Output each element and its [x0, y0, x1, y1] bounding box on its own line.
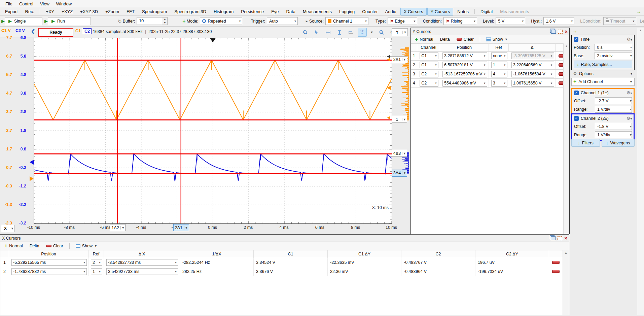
tabs-overflow-arrow-icon[interactable]: →	[636, 8, 641, 14]
type-select[interactable]: ⚑Edge▾	[388, 17, 417, 25]
tab-data[interactable]: Data	[283, 8, 299, 15]
tab-spectrogram[interactable]: Spectrogram	[139, 8, 170, 15]
measure-button[interactable]	[346, 28, 355, 37]
value-select[interactable]: 1▾	[91, 268, 102, 275]
ch2-offset-select[interactable]: -1.8 V▾	[595, 123, 632, 130]
add-normal-cursor-button[interactable]: +Normal	[412, 36, 436, 42]
ch2-range-select[interactable]: 1 V/div▾	[595, 131, 632, 138]
value-select[interactable]: 554.4483986 mV▾	[442, 80, 487, 86]
tab-+xy[interactable]: +XY	[42, 8, 58, 15]
sidebar-scrollbar[interactable]: ▲	[637, 28, 644, 315]
menu-window[interactable]: Window	[53, 1, 75, 7]
y-cursors-scrollbar[interactable]: ▲	[563, 43, 569, 234]
gear-icon[interactable]: ⚙▾	[627, 90, 632, 95]
value-select[interactable]: 1▾	[491, 62, 507, 68]
menu-file[interactable]: File	[2, 1, 16, 7]
tab-+xyz-3d[interactable]: +XYZ 3D	[77, 8, 101, 15]
show-menu-button[interactable]: Show▼	[484, 36, 510, 42]
cursor-handle-icon[interactable]	[387, 58, 390, 61]
c2-ground-marker-icon[interactable]	[30, 160, 34, 165]
tab-x-cursors[interactable]: X Cursors	[400, 8, 427, 15]
add-channel-button[interactable]: +Add Channel▼	[571, 78, 635, 86]
value-select[interactable]: C2▾	[420, 71, 438, 77]
zoom-1-button[interactable]: 1	[300, 28, 310, 37]
level-select[interactable]: 5 V▾	[496, 17, 525, 25]
tab-spectrogram-3d[interactable]: Spectrogram 3D	[171, 8, 210, 15]
y-cursor-box-3-4[interactable]: 3Δ4▼	[392, 170, 407, 177]
maximize-panel-icon[interactable]	[558, 30, 563, 34]
c1-ground-marker-icon[interactable]	[30, 176, 34, 181]
channel1-badge[interactable]: C1	[75, 29, 81, 33]
restore-panel-icon[interactable]	[551, 30, 556, 34]
time-base-select[interactable]: 2 ms/div▾	[595, 52, 632, 59]
x-cursor-box-2-1[interactable]: 2Δ1▼	[173, 224, 189, 231]
value-select[interactable]: 4▾	[491, 71, 507, 77]
tab-notes[interactable]: Notes	[454, 8, 472, 15]
tab-measurements[interactable]: Measurements	[299, 8, 335, 15]
add-delta-cursor-button[interactable]: Delta	[27, 243, 42, 249]
y-axis-menu-button[interactable]: Y▼	[392, 28, 408, 36]
more-button[interactable]: ▼	[369, 28, 374, 37]
x-axis-menu-button[interactable]: X▼	[1, 225, 15, 232]
hyst-select[interactable]: 1.6 V▾	[543, 17, 574, 25]
tab-audio[interactable]: Audio	[382, 8, 400, 15]
channel2-checkbox[interactable]: ✓	[574, 116, 579, 121]
restore-panel-icon[interactable]	[551, 236, 556, 240]
value-select[interactable]: -3.3985765125 V▾	[511, 52, 554, 59]
zoom-xy-button[interactable]: 23	[377, 28, 386, 37]
tab-export[interactable]: Export	[2, 8, 21, 15]
y-cursor-box-2-1[interactable]: 2Δ1▼	[392, 56, 407, 63]
add-normal-cursor-button[interactable]: +Normal	[2, 243, 26, 249]
x-cursors-scrollbar[interactable]: ▲	[563, 250, 569, 315]
tab-fft[interactable]: FFT	[123, 8, 138, 15]
options-row[interactable]: ⚙Options▼	[571, 70, 635, 77]
time-checkbox[interactable]: ✓	[574, 37, 578, 42]
tab-logging[interactable]: Logging	[336, 8, 358, 15]
tab-digital[interactable]: Digital	[477, 8, 496, 15]
add-delta-cursor-button[interactable]: Delta	[437, 36, 453, 42]
tab-persistence[interactable]: Persistence	[238, 8, 267, 15]
tab-+zoom[interactable]: +Zoom	[102, 8, 122, 15]
menu-view[interactable]: View	[37, 1, 53, 7]
rate-samples-button[interactable]: ↓Rate, Samples...	[574, 61, 632, 68]
buffer-input[interactable]: 10▲▼	[137, 17, 168, 25]
pointer-button[interactable]	[312, 28, 321, 37]
value-select[interactable]: -3.542927733 ms▾	[106, 259, 178, 266]
sidebar-overflow-arrow-icon[interactable]: →	[572, 28, 577, 34]
clear-cursors-button[interactable]: Clear	[454, 36, 476, 42]
clear-cursors-button[interactable]: Clear	[43, 243, 66, 249]
trigger-level-marker-icon[interactable]	[387, 86, 391, 90]
value-select[interactable]: C2▾	[420, 80, 438, 86]
delete-cursor-button[interactable]	[552, 270, 560, 273]
y-cursors-titlebar[interactable]: Y Cursors ×	[411, 28, 569, 35]
y-cursor-box-4-3[interactable]: 4Δ3▼	[392, 150, 407, 157]
tab-eye[interactable]: Eye	[268, 8, 282, 15]
value-select[interactable]: -513.167259786 mV▾	[442, 71, 487, 77]
tab-y-cursors[interactable]: Y Cursors	[427, 8, 454, 15]
lcondition-select[interactable]: Timeout▾	[603, 17, 636, 25]
quad-view-button[interactable]: 1 23 4	[358, 28, 367, 37]
tab-counter[interactable]: Counter	[359, 8, 381, 15]
tab-histogram[interactable]: Histogram	[210, 8, 237, 15]
tab-rec[interactable]: Rec.	[22, 8, 38, 15]
channel1-checkbox[interactable]: ✓	[574, 91, 579, 95]
run-button[interactable]: ▶Run	[48, 17, 91, 25]
filters-button[interactable]: ↓Filters	[571, 139, 600, 147]
channel2-badge[interactable]: C2	[83, 28, 92, 34]
plot-area[interactable]	[34, 38, 392, 224]
show-menu-button[interactable]: Show▼	[73, 243, 100, 249]
value-select[interactable]: 2▾	[91, 259, 102, 266]
gear-icon[interactable]: ⚙▾	[627, 116, 632, 121]
ch1-range-select[interactable]: 1 V/div▾	[595, 106, 632, 113]
value-select[interactable]: C1▾	[420, 52, 438, 59]
value-select[interactable]: 3.542927733 ms▾	[106, 268, 178, 275]
value-select[interactable]: 1.067615658 V▾	[511, 80, 554, 86]
value-select[interactable]: 3.220640569 V▾	[511, 62, 554, 68]
x-cursors-titlebar[interactable]: X Cursors ×	[0, 235, 569, 242]
value-select[interactable]: 6.507829181 V▾	[442, 62, 487, 68]
value-select[interactable]: -1.786287832 ms▾	[11, 268, 87, 275]
time-position-select[interactable]: 0 s▾	[595, 44, 632, 51]
single-button[interactable]: ▶Single	[5, 17, 42, 25]
condition-select[interactable]: ⚑Rising▾	[443, 17, 477, 25]
delete-cursor-button[interactable]	[552, 261, 560, 264]
